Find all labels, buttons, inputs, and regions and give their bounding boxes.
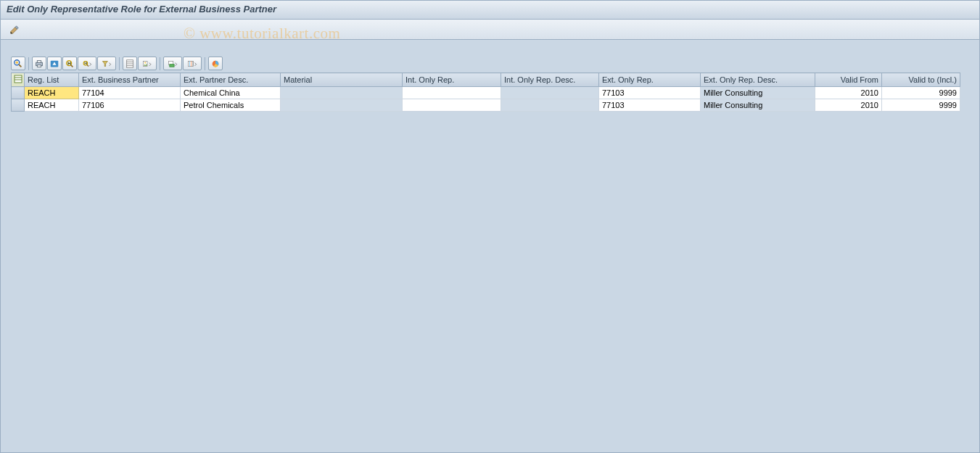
svg-text:H: H xyxy=(67,60,71,65)
export-spreadsheet-button[interactable] xyxy=(123,57,137,70)
title-bar: Edit Only Representative Role for Extern… xyxy=(1,1,979,20)
cell-reg-list[interactable]: REACH xyxy=(25,99,79,112)
svg-point-2 xyxy=(16,61,19,64)
print-button[interactable] xyxy=(32,57,46,70)
cell-ext-bp-desc[interactable]: Chemical China xyxy=(181,87,281,99)
separator xyxy=(28,57,29,70)
cell-int-only-rep[interactable] xyxy=(403,99,501,112)
layout-icon xyxy=(187,59,197,69)
pencil-icon xyxy=(9,25,20,35)
filter-icon xyxy=(102,59,112,69)
details-button[interactable] xyxy=(11,57,25,70)
cell-int-only-rep-desc[interactable] xyxy=(501,99,599,112)
local-file-icon xyxy=(142,59,152,69)
gap-row xyxy=(1,40,979,54)
find-next-button[interactable]: H xyxy=(78,57,96,70)
cell-ext-bp[interactable]: 77106 xyxy=(79,99,181,112)
change-layout-button[interactable] xyxy=(183,57,202,70)
cell-ext-only-rep[interactable]: 77103 xyxy=(599,87,701,99)
cell-ext-only-rep-desc[interactable]: Miller Consulting xyxy=(701,87,815,99)
cell-valid-to[interactable]: 9999 xyxy=(882,99,960,112)
page-title: Edit Only Representative Role for Extern… xyxy=(7,4,973,14)
col-ext-bp-desc[interactable]: Ext. Partner Desc. xyxy=(181,73,281,87)
table-select-icon xyxy=(14,75,22,83)
header-row: Reg. List Ext. Business Partner Ext. Par… xyxy=(12,73,960,87)
cell-valid-to[interactable]: 9999 xyxy=(882,87,960,99)
cell-ext-only-rep[interactable]: 77103 xyxy=(599,99,701,112)
print-icon xyxy=(34,59,44,69)
alv-grid[interactable]: Reg. List Ext. Business Partner Ext. Par… xyxy=(11,72,960,112)
mail-icon xyxy=(168,59,178,69)
app-toolbar xyxy=(1,20,979,40)
separator xyxy=(205,57,205,70)
cell-material[interactable] xyxy=(281,99,403,112)
cell-ext-only-rep-desc[interactable]: Miller Consulting xyxy=(701,99,815,112)
table-row[interactable]: REACH 77106 Petrol Chemicals 77103 Mille… xyxy=(12,99,960,112)
local-file-button[interactable] xyxy=(138,57,157,70)
col-int-only-rep-desc[interactable]: Int. Only Rep. Desc. xyxy=(501,73,599,87)
svg-line-11 xyxy=(87,65,88,66)
mail-recipient-button[interactable] xyxy=(163,57,182,70)
col-valid-from[interactable]: Valid From xyxy=(815,73,882,87)
separator xyxy=(119,57,120,70)
alv-toolbar: H H xyxy=(1,54,979,72)
grid-container: Reg. List Ext. Business Partner Ext. Par… xyxy=(1,72,979,112)
svg-line-1 xyxy=(19,64,22,67)
col-ext-only-rep[interactable]: Ext. Only Rep. xyxy=(599,73,701,87)
row-selector[interactable] xyxy=(12,99,25,112)
row-selector[interactable] xyxy=(12,87,25,99)
details-icon xyxy=(13,59,23,69)
svg-rect-26 xyxy=(15,75,22,83)
cell-valid-from[interactable]: 2010 xyxy=(815,87,882,99)
cell-material[interactable] xyxy=(281,87,403,99)
edit-button[interactable] xyxy=(7,23,22,36)
spreadsheet-icon xyxy=(125,59,135,69)
cell-int-only-rep[interactable] xyxy=(403,87,501,99)
cell-reg-list[interactable]: REACH xyxy=(25,87,79,99)
cell-ext-bp-desc[interactable]: Petrol Chemicals xyxy=(181,99,281,112)
cell-valid-from[interactable]: 2010 xyxy=(815,99,882,112)
col-int-only-rep[interactable]: Int. Only Rep. xyxy=(403,73,501,87)
svg-rect-4 xyxy=(37,60,41,62)
cell-int-only-rep-desc[interactable] xyxy=(501,87,599,99)
find-button[interactable]: H xyxy=(62,57,77,70)
chart-icon xyxy=(210,59,221,69)
col-reg-list[interactable]: Reg. List xyxy=(25,73,79,87)
filter-button[interactable] xyxy=(97,57,116,70)
col-valid-to[interactable]: Valid to (Incl.) xyxy=(882,73,960,87)
svg-line-8 xyxy=(71,65,73,67)
col-material[interactable]: Material xyxy=(281,73,403,87)
svg-text:H: H xyxy=(84,61,87,65)
select-all-header[interactable] xyxy=(12,73,25,87)
table-row[interactable]: REACH 77104 Chemical China 77103 Miller … xyxy=(12,87,960,99)
cell-ext-bp[interactable]: 77104 xyxy=(79,87,181,99)
find-next-icon: H xyxy=(82,59,92,69)
sort-asc-icon xyxy=(49,59,59,69)
col-ext-only-rep-desc[interactable]: Ext. Only Rep. Desc. xyxy=(701,73,815,87)
svg-rect-20 xyxy=(170,64,174,67)
sort-asc-button[interactable] xyxy=(47,57,62,70)
col-ext-bp[interactable]: Ext. Business Partner xyxy=(79,73,181,87)
separator xyxy=(160,57,160,70)
svg-point-18 xyxy=(144,62,146,63)
find-icon: H xyxy=(65,59,75,69)
svg-rect-5 xyxy=(37,65,41,67)
graphic-button[interactable] xyxy=(208,57,223,70)
